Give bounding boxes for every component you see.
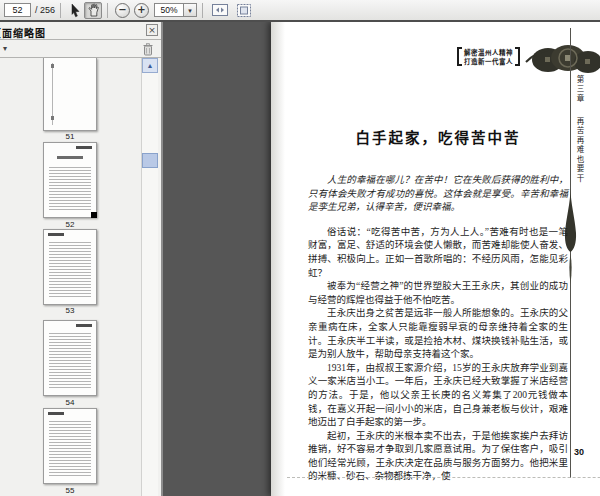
thumbnail-label: 53 — [43, 306, 97, 315]
page-edge-scanline — [287, 477, 600, 478]
hand-tool-button[interactable] — [84, 2, 102, 19]
thumb-decoration — [76, 324, 92, 327]
page-title: 白手起家，吃得苦中苦 — [308, 126, 568, 147]
fit-width-button[interactable] — [211, 2, 229, 19]
thumb-decoration — [51, 64, 54, 68]
trash-icon — [143, 43, 153, 56]
thumb-decoration — [48, 412, 64, 415]
thumbnail-label: 52 — [43, 220, 97, 229]
thumbnail-list: 51 52 53 54 55 — [0, 58, 141, 496]
scrollbar-thumb[interactable] — [142, 153, 158, 168]
current-page-marker — [91, 212, 97, 218]
fit-page-button[interactable] — [235, 2, 253, 19]
body-paragraph: 人生的幸福在哪儿？在苦中！它在失败后获得的胜利中，只有体会失败才有成功的喜悦。这… — [308, 174, 568, 215]
zoom-out-button[interactable]: − — [115, 3, 130, 18]
thumbnail-page-52[interactable] — [43, 142, 97, 218]
body-paragraph: 王永庆出身之贫苦是远非一般人所能想象的。王永庆的父亲重病在床，全家人只能靠瘦弱早… — [308, 307, 568, 361]
thumbnail-label: 55 — [43, 486, 97, 495]
thumb-decoration — [51, 116, 54, 120]
page-gutter-shadow — [271, 22, 285, 496]
thumbnail-label: 54 — [43, 398, 97, 407]
panel-options-button[interactable]: ▾ — [3, 44, 7, 53]
chapter-title: 再苦再难也要干 — [574, 117, 585, 184]
toolbar-divider — [202, 3, 203, 18]
thumb-decoration — [49, 421, 91, 478]
thumb-decoration — [76, 146, 92, 149]
thumbnails-panel: 页面缩略图 × ▾ 51 — [0, 22, 163, 496]
body-text: 人生的幸福在哪儿？在苦中！它在失败后获得的胜利中，只有体会失败才有成功的喜悦。这… — [308, 174, 568, 484]
zoom-level-value[interactable]: 50% — [154, 3, 184, 17]
fit-page-icon — [237, 4, 251, 17]
pdf-viewer-window: / 256 − + 50% ▾ — [0, 0, 600, 496]
thumbnail-page-51[interactable] — [43, 58, 97, 131]
page-number-input[interactable] — [4, 3, 31, 17]
body-paragraph: 被奉为“经营之神”的世界塑胶大王王永庆，其创业的成功与经营的辉煌也得益于他不怕吃… — [308, 280, 568, 307]
hand-icon — [87, 3, 100, 17]
scroll-up-button[interactable]: ▲ — [142, 58, 158, 73]
body-paragraph: 1931年，由叔叔王家源介绍，15岁的王永庆放弃学业到嘉义一家米店当小工。一年后… — [308, 362, 568, 430]
header-banner-line2: 打造新一代富人 — [464, 57, 513, 66]
page-total-label: / 256 — [35, 5, 55, 15]
thumbnails-panel-header: 页面缩略图 × — [0, 22, 161, 40]
thumbnail-label: 51 — [43, 132, 97, 141]
select-tool-button[interactable] — [66, 2, 84, 19]
chapter-number: 第三章 — [575, 75, 584, 104]
sidebar-scrollbar[interactable]: ▲ — [141, 58, 158, 496]
toolbar-divider — [60, 3, 61, 18]
bracket-decoration — [515, 47, 520, 66]
body-paragraph: 俗话说：“吃得苦中苦，方为人上人。”苦难有时也是一笔财富，富足、舒适的环境会使人… — [308, 226, 568, 280]
document-canvas[interactable]: 解密温州人精神 打造新一代富人 第三章 再苦再难也要干 — [165, 22, 600, 496]
pdf-page: 解密温州人精神 打造新一代富人 第三章 再苦再难也要干 — [271, 22, 600, 496]
thumb-decoration — [57, 156, 83, 159]
toolbar-divider — [107, 3, 108, 18]
panel-close-button[interactable]: × — [146, 24, 158, 36]
zoom-in-button[interactable]: + — [134, 3, 149, 18]
book-header-banner: 解密温州人精神 打造新一代富人 — [457, 47, 520, 66]
header-banner-line1: 解密温州人精神 — [464, 48, 513, 57]
cursor-arrow-icon — [69, 3, 82, 18]
fit-width-icon — [212, 4, 228, 16]
toolbar: / 256 − + 50% ▾ — [0, 0, 600, 22]
thumb-decoration — [49, 167, 91, 212]
chapter-vertical-label: 第三章 再苦再难也要干 — [574, 75, 585, 183]
panel-title: 页面缩略图 — [0, 25, 46, 40]
page-number: 30 — [574, 447, 584, 457]
thumbnail-page-53[interactable] — [43, 229, 97, 305]
zoom-dropdown-button[interactable]: ▾ — [184, 3, 197, 17]
thumb-decoration — [49, 242, 91, 299]
thumb-decoration — [49, 333, 91, 390]
body-paragraph: 起初，王永庆的米根本卖不出去，于是他挨家挨户去拜访推销，好不容易才争取到几家愿意… — [308, 430, 568, 484]
thumbnail-page-54[interactable] — [43, 320, 97, 396]
thumbnail-page-55[interactable] — [43, 408, 97, 484]
thumb-decoration — [48, 233, 64, 236]
thumbnails-toolbar: ▾ — [0, 40, 161, 58]
ancient-coins-graphic — [524, 38, 600, 82]
